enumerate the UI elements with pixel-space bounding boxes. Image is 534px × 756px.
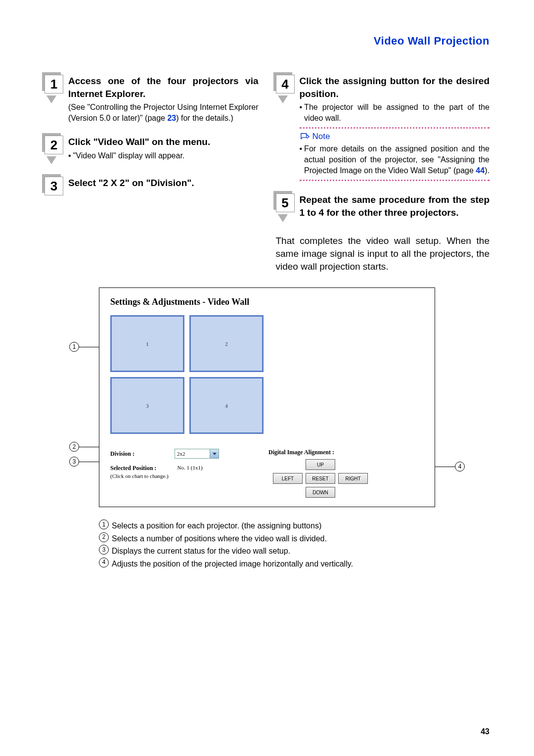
step-description: (See "Controlling the Projector Using In… [68, 102, 259, 123]
section-header: Video Wall Projection [44, 35, 490, 47]
legend-text: Adjusts the position of the projected im… [112, 558, 353, 570]
legend-text: Selects a number of positions where the … [112, 532, 327, 545]
completion-text: That completes the video wall setup. Whe… [276, 235, 490, 273]
step-2: 2 Click "Video Wall" on the menu. • "Vid… [44, 136, 259, 164]
chevron-down-icon [210, 449, 219, 458]
division-label: Division : [110, 450, 175, 458]
digital-alignment-label: Digital Image Alignment : [268, 449, 372, 456]
step-4: 4 Click the assigning button for the des… [276, 75, 490, 181]
step-number: 3 [44, 177, 63, 195]
step-5: 5 Repeat the same procedure from the ste… [276, 193, 490, 222]
step-title: Access one of the four projectors via In… [68, 75, 259, 100]
text: For more details on the assigned positio… [304, 143, 490, 176]
assign-button-3[interactable]: 3 [110, 377, 184, 434]
arrow-down-icon [46, 156, 56, 164]
legend-num-1: 1 [99, 520, 109, 529]
callout-4: 4 [455, 462, 465, 472]
page-number: 43 [481, 727, 490, 736]
legend-num-2: 2 [99, 532, 109, 542]
callout-3: 3 [69, 457, 79, 467]
step-3: 3 Select "2 X 2" on "Division". [44, 177, 259, 195]
step-bullet: • "Video Wall" display will appear. [68, 150, 259, 161]
settings-panel: Settings & Adjustments - Video Wall 1 2 … [99, 287, 435, 507]
step-title: Click the assigning button for the desir… [300, 75, 490, 100]
left-button[interactable]: LEFT [273, 473, 303, 484]
legend-num-4: 4 [99, 558, 109, 567]
note-label: Note [300, 132, 490, 142]
selected-position-value: No. 1 (1x1) [178, 465, 203, 471]
arrow-down-icon [278, 95, 288, 103]
alignment-dpad: UP LEFT RESET RIGHT DOWN [268, 459, 372, 498]
step-title: Select "2 X 2" on "Division". [68, 177, 259, 189]
step-number: 2 [44, 136, 63, 154]
legend-text: Displays the current status for the vide… [112, 545, 290, 558]
page-link[interactable]: 44 [476, 166, 485, 175]
text: Note [312, 132, 330, 142]
text: For more details on the assigned positio… [304, 144, 490, 174]
division-select[interactable]: 2x2 [175, 449, 219, 459]
select-value: 2x2 [177, 451, 185, 457]
callout-1: 1 [69, 342, 79, 352]
page-link[interactable]: 23 [167, 114, 176, 122]
arrow-down-icon [278, 214, 288, 222]
position-grid: 1 2 3 4 [110, 315, 264, 434]
assign-button-1[interactable]: 1 [110, 315, 184, 372]
right-button[interactable]: RIGHT [338, 473, 368, 484]
legend-text: Selects a position for each projector. (… [112, 520, 321, 532]
text: ) for the details.) [176, 114, 233, 122]
assign-button-2[interactable]: 2 [189, 315, 264, 372]
text: ). [485, 166, 490, 175]
note-bullet: • For more details on the assigned posit… [300, 143, 490, 176]
legend-num-3: 3 [99, 545, 109, 555]
step-title: Repeat the same procedure from the step … [300, 193, 490, 219]
down-button[interactable]: DOWN [306, 487, 335, 498]
selected-position-label: Selected Position : [110, 465, 169, 472]
note-icon [300, 132, 311, 141]
legend: 1Selects a position for each projector. … [99, 520, 435, 570]
text: "Video Wall" display will appear. [73, 150, 185, 161]
right-column: 4 Click the assigning button for the des… [276, 75, 490, 273]
settings-diagram: 1 2 3 4 Settings & Adjustments - Video W… [99, 287, 435, 570]
step-number: 5 [276, 193, 295, 212]
selected-position-hint: (Click on chart to change.) [110, 473, 169, 479]
up-button[interactable]: UP [306, 459, 335, 470]
step-number: 4 [276, 75, 295, 94]
left-column: 1 Access one of the four projectors via … [44, 75, 259, 273]
arrow-down-icon [46, 95, 56, 103]
step-title: Click "Video Wall" on the menu. [68, 136, 259, 148]
panel-title: Settings & Adjustments - Video Wall [110, 297, 424, 307]
step-1: 1 Access one of the four projectors via … [44, 75, 259, 123]
callout-2: 2 [69, 442, 79, 452]
text: The projector will be assigned to the pa… [304, 102, 490, 123]
step-number: 1 [44, 75, 63, 94]
assign-button-4[interactable]: 4 [189, 377, 264, 434]
step-bullet: • The projector will be assigned to the … [300, 102, 490, 123]
reset-button[interactable]: RESET [306, 473, 335, 484]
note-box: Note • For more details on the assigned … [300, 127, 490, 181]
